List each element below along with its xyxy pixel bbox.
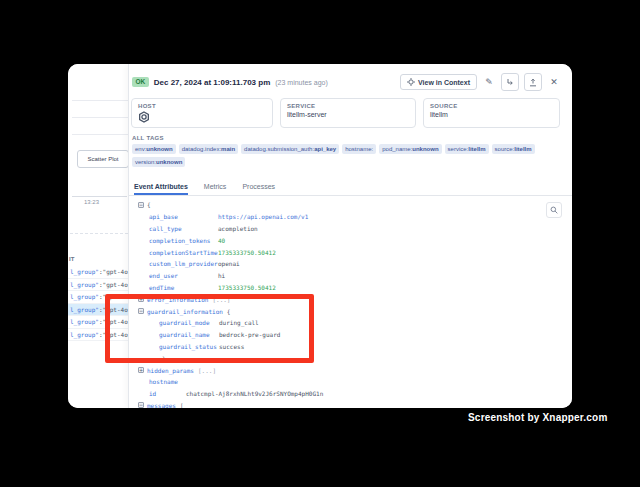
row-key: l_group"	[70, 306, 99, 313]
close-icon[interactable]: ✕	[547, 74, 561, 90]
source-label: SOURCE	[430, 103, 553, 109]
host-icon	[138, 111, 266, 123]
relative-time: (23 minutes ago)	[275, 79, 328, 86]
api-base-link[interactable]: https://api.openai.com/v1	[218, 213, 308, 220]
host-label: HOST	[138, 103, 266, 109]
tag[interactable]: datadog.submission_auth:api_key	[241, 144, 339, 154]
screenshot-background: Scatter Plot 13:23 IT l_group":"gpt-4o l…	[0, 0, 640, 487]
row-value: :"gpt-4o	[99, 281, 128, 288]
scatter-plot-button[interactable]: Scatter Plot	[77, 150, 128, 168]
attribute-row: api_base https://api.openai.com/v1	[129, 211, 572, 223]
table-header: IT	[69, 256, 74, 262]
list-item[interactable]: l_group":"gpt-4o	[68, 279, 128, 292]
share-export-icon[interactable]	[524, 73, 542, 91]
row-key: l_group"	[70, 318, 99, 325]
row-value: :"gpt-4o	[99, 268, 128, 275]
service-label: SERVICE	[287, 103, 409, 109]
crosshair-icon	[407, 78, 415, 86]
branch-arrow-icon[interactable]	[501, 73, 519, 91]
tab-event-attributes[interactable]: Event Attributes	[134, 183, 188, 195]
tag[interactable]: datadog.index:main	[179, 144, 238, 154]
event-timestamp: Dec 27, 2024 at 1:09:11.703 pm	[154, 78, 271, 87]
status-badge: OK	[132, 77, 149, 87]
json-root-row: − {	[129, 199, 572, 211]
attribute-row: end_user hi	[129, 270, 572, 282]
service-value: litellm-server	[287, 111, 409, 118]
all-tags-label: ALL TAGS	[132, 135, 164, 141]
tab-processes[interactable]: Processes	[242, 183, 275, 195]
collapse-icon[interactable]: −	[138, 402, 144, 408]
info-boxes: HOST SERVICE litellm-server SOURCE litel…	[131, 98, 560, 128]
row-key: l_group"	[70, 331, 99, 338]
attribute-row-collapsed: + hidden_params [...]	[129, 364, 572, 376]
tag[interactable]: service:litellm	[445, 144, 489, 154]
attribute-row: endTime 1735333750.50412	[129, 282, 572, 294]
collapse-icon[interactable]: −	[138, 202, 144, 208]
source-value: litellm	[430, 111, 553, 118]
chart-gridline	[70, 233, 128, 234]
source-box: SOURCE litellm	[423, 98, 560, 128]
attribute-row: completion_tokens 40	[129, 234, 572, 246]
attribute-row: custom_llm_provider openai	[129, 258, 572, 270]
attribute-row-array: − messages [	[129, 400, 572, 408]
row-key: l_group"	[70, 293, 99, 300]
tag[interactable]: pod_name:unknown	[379, 144, 441, 154]
tag[interactable]: hostname:	[342, 144, 376, 154]
tag-list: env:unknown datadog.index:main datadog.s…	[132, 144, 560, 167]
tag[interactable]: version:unknown	[132, 157, 185, 167]
tab-metrics[interactable]: Metrics	[204, 183, 227, 195]
event-header: OK Dec 27, 2024 at 1:09:11.703 pm (23 mi…	[132, 72, 561, 92]
view-in-context-button[interactable]: View in Context	[400, 74, 477, 90]
divider	[72, 100, 128, 101]
attribute-row: hostname	[129, 376, 572, 388]
edit-icon[interactable]: ✎	[482, 74, 496, 90]
tag[interactable]: env:unknown	[132, 144, 176, 154]
row-key: l_group"	[70, 268, 99, 275]
expand-icon[interactable]: +	[138, 367, 144, 373]
divider	[72, 134, 128, 135]
attribute-row: call_type acompletion	[129, 223, 572, 235]
watermark-text: Screenshot by Xnapper.com	[468, 412, 608, 423]
tab-bar: Event Attributes Metrics Processes	[129, 176, 572, 196]
chart-axis-line	[72, 196, 127, 197]
attribute-row: id chatcmpl-Aj8rxhNLht9v2J6rSNYOmp4pH0G1…	[129, 388, 572, 400]
service-box: SERVICE litellm-server	[280, 98, 416, 128]
chart-axis-tick: 13:23	[84, 199, 99, 205]
list-item[interactable]: l_group":"gpt-4o	[68, 266, 128, 279]
annotation-highlight-box	[105, 294, 314, 363]
attribute-row: completionStartTime 1735333750.50412	[129, 246, 572, 258]
tag[interactable]: source:litellm	[492, 144, 535, 154]
divider	[72, 117, 128, 118]
row-key: l_group"	[70, 281, 99, 288]
view-in-context-label: View in Context	[418, 79, 470, 86]
host-box: HOST	[131, 98, 273, 128]
